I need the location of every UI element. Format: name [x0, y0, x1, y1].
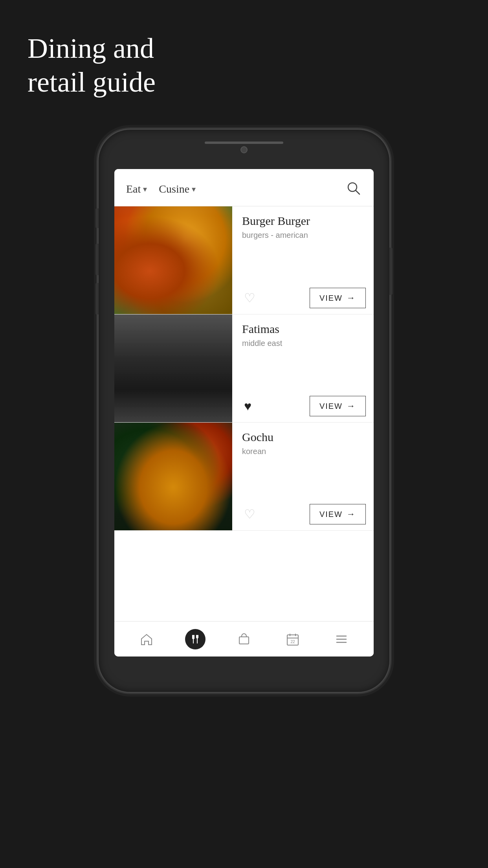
nav-item-home[interactable]	[122, 632, 171, 647]
phone-camera	[240, 146, 248, 153]
restaurant-actions: ♥ VIEW →	[242, 396, 366, 416]
view-label: VIEW	[319, 294, 343, 303]
heart-icon: ♡	[244, 291, 255, 305]
bottom-nav: 22	[114, 621, 374, 657]
restaurant-cuisine: middle east	[242, 339, 366, 348]
phone-volume-down-button	[95, 283, 99, 314]
view-button[interactable]: VIEW →	[310, 396, 366, 416]
arrow-icon: →	[347, 293, 356, 303]
view-button[interactable]: VIEW →	[310, 504, 366, 524]
svg-rect-4	[239, 637, 249, 644]
nav-item-calendar[interactable]: 22	[268, 632, 317, 647]
svg-line-1	[356, 190, 360, 194]
heading-line1: Dining and	[28, 31, 156, 65]
restaurant-actions: ♡ VIEW →	[242, 288, 366, 308]
fork-knife-icon	[190, 634, 201, 645]
app-content: Eat ▾ Cusine ▾	[114, 169, 374, 657]
page-heading: Dining and retail guide	[28, 31, 156, 99]
nav-item-shop[interactable]	[220, 632, 268, 647]
restaurant-item: Fatimas middle east ♥ VIEW →	[114, 314, 374, 423]
search-button[interactable]	[345, 180, 362, 198]
food-image	[114, 206, 232, 314]
cuisine-label: Cusine	[159, 183, 189, 195]
restaurant-item: Burger Burger burgers - american ♡ VIEW …	[114, 206, 374, 314]
restaurant-image-fatimas	[114, 314, 232, 422]
restaurant-item: Gochu korean ♡ VIEW →	[114, 423, 374, 531]
heading-line2: retail guide	[28, 65, 156, 99]
svg-text:22: 22	[290, 640, 295, 644]
favorite-button[interactable]: ♥	[242, 397, 253, 416]
restaurant-actions: ♡ VIEW →	[242, 504, 366, 524]
phone-speaker	[205, 142, 283, 144]
bag-icon	[237, 632, 251, 647]
restaurant-name: Fatimas	[242, 322, 366, 336]
restaurant-list: Burger Burger burgers - american ♡ VIEW …	[114, 206, 374, 621]
heart-icon: ♥	[244, 399, 251, 413]
restaurant-info: Gochu korean ♡ VIEW →	[232, 423, 374, 530]
heart-icon: ♡	[244, 507, 255, 521]
food-image	[114, 314, 232, 422]
phone-frame: Eat ▾ Cusine ▾	[99, 130, 389, 692]
view-label: VIEW	[319, 510, 343, 519]
favorite-button[interactable]: ♡	[242, 289, 257, 307]
restaurant-image-gochu	[114, 423, 232, 530]
category-chevron: ▾	[143, 184, 147, 194]
calendar-icon: 22	[285, 632, 300, 647]
restaurant-name: Gochu	[242, 430, 366, 444]
category-filter[interactable]: Eat ▾	[126, 183, 147, 195]
restaurant-cuisine: burgers - american	[242, 231, 366, 240]
restaurant-info: Burger Burger burgers - american ♡ VIEW …	[232, 206, 374, 314]
search-icon	[345, 180, 362, 197]
arrow-icon: →	[347, 401, 356, 411]
restaurant-info: Fatimas middle east ♥ VIEW →	[232, 314, 374, 422]
phone-mute-button	[95, 208, 99, 228]
view-label: VIEW	[319, 402, 343, 411]
nav-item-dining[interactable]	[171, 629, 220, 649]
filter-bar: Eat ▾ Cusine ▾	[114, 169, 374, 206]
category-label: Eat	[126, 183, 141, 195]
dining-icon-circle	[185, 629, 205, 649]
cuisine-filter[interactable]: Cusine ▾	[159, 183, 196, 195]
home-icon	[139, 632, 154, 647]
food-image	[114, 423, 232, 530]
arrow-icon: →	[347, 509, 356, 519]
cuisine-chevron: ▾	[192, 184, 196, 194]
nav-item-menu[interactable]	[317, 632, 366, 647]
phone-screen: Eat ▾ Cusine ▾	[114, 169, 374, 657]
restaurant-name: Burger Burger	[242, 214, 366, 228]
view-button[interactable]: VIEW →	[310, 288, 366, 308]
menu-icon	[334, 632, 349, 647]
restaurant-image-burger-burger	[114, 206, 232, 314]
phone-power-button	[389, 248, 393, 295]
restaurant-cuisine: korean	[242, 447, 366, 456]
favorite-button[interactable]: ♡	[242, 505, 257, 524]
phone-volume-up-button	[95, 244, 99, 275]
